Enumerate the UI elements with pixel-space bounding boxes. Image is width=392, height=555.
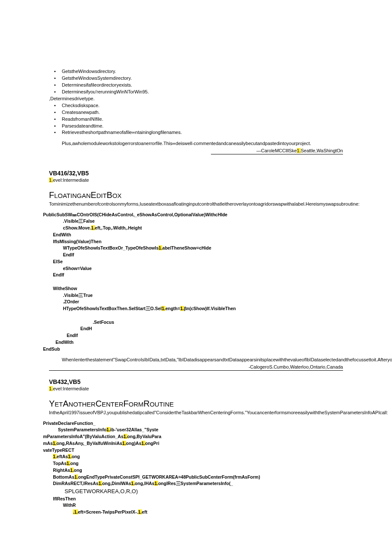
paragraph: Plus,awholemoduleworkstologerrorstoanerr…	[49, 140, 343, 147]
h: C	[95, 399, 101, 408]
code: eft=Screen-TwipsPerPixelX-.	[78, 509, 138, 514]
h: B	[107, 190, 112, 200]
list-item: ReadsfromanINIfile.	[49, 116, 343, 123]
highlight: 1.	[161, 306, 165, 311]
paragraph: WhenIenterthestatement"SwapControIsIbIDa…	[49, 357, 343, 363]
list-item: GetstheWindowsSystemdirectory.	[49, 75, 343, 82]
sig-text: —CaroleMCClllSke	[257, 148, 297, 153]
code: ength=	[165, 306, 180, 311]
list-item: Checksdiskspace.	[49, 102, 343, 109]
code: βn(cShow)If.VisibleThen .SetFocus EndH E…	[43, 306, 236, 352]
h: Y	[49, 399, 55, 408]
list-item: Determinesifyou'rerunningWinNTorWin95.	[49, 89, 343, 96]
code: onglRes三SystemParametersInfo(_	[158, 481, 233, 486]
code-block-2: PrivateDeclareFunction_ SystemParameters…	[43, 420, 343, 516]
h: A	[63, 399, 69, 408]
highlight: 1.	[68, 454, 72, 459]
article-heading: FLOATINGANEDITBOX	[49, 190, 343, 200]
feature-list: GetstheWindowsdirectory. GetstheWindowsS…	[49, 68, 343, 136]
sig-text: Seattle,WaShingtOn	[301, 148, 343, 153]
list-item: Retrievestheshortpathnameofafile∞ntainin…	[49, 129, 343, 136]
h: NOTHER	[69, 401, 95, 408]
level-line: 1.evel:Intermediate	[49, 386, 343, 391]
intro-text: Tominimizethenumberofcontrolsonmyforms,I…	[49, 201, 343, 207]
level-line: 1.evel:Intermediate	[49, 177, 343, 183]
h: OUTINE	[150, 401, 174, 408]
h: OX	[112, 192, 122, 199]
divider	[211, 154, 343, 154]
section-title: VB432,VB5	[49, 378, 343, 385]
h: F	[124, 399, 129, 408]
h: LOATINGAN	[54, 192, 91, 199]
author-signature: -CalogeroS.Cumbo,Waterloo,Ontario,Canada	[49, 364, 343, 369]
list-item: Createsanewpath.	[49, 109, 343, 116]
list-item: ,Determinesdrivetype.	[49, 96, 343, 102]
highlight: 1.	[131, 481, 135, 486]
h: F	[49, 190, 54, 200]
highlight: 1.	[49, 386, 53, 391]
highlight: 1.	[53, 441, 57, 446]
code: IfIResThen WithR	[43, 496, 76, 515]
highlight: 1.	[138, 509, 142, 514]
section-title: VB416/32,VB5	[49, 170, 343, 177]
code: ong,RAsAny,_ByValfuWinIniAs	[57, 441, 122, 446]
h: DIT	[96, 192, 107, 199]
document-page: GetstheWindowsdirectory. GetstheWindowsS…	[0, 0, 392, 555]
author-signature: —CaroleMCClllSke1.Seattle,WaShingtOn	[49, 148, 343, 153]
highlight: 1.	[297, 148, 301, 153]
highlight: 1.	[159, 245, 162, 250]
code: ong,IHAs	[135, 481, 154, 486]
code: abelTheneShow=cHide EndIf ElSe eShow=Val…	[43, 245, 211, 311]
h: ORM	[129, 401, 144, 408]
h: ENTER	[102, 401, 124, 408]
highlight: 1.	[180, 306, 184, 311]
highlight: 1.	[75, 474, 78, 479]
highlight: 1.	[141, 441, 145, 446]
highlight: 1.	[91, 225, 95, 230]
code: ong)As	[126, 441, 141, 446]
list-item: Determinesifafileordirectoryexists.	[49, 82, 343, 89]
level-text: evel:Intermediate	[53, 177, 89, 183]
level-text: evel:Intermediate	[53, 386, 89, 391]
h: E	[91, 190, 96, 200]
highlight: 1.	[66, 461, 70, 466]
code: eftAs	[57, 454, 68, 459]
highlight: 1.	[124, 434, 127, 439]
list-item: GetstheWindowsdirectory.	[49, 68, 343, 75]
code: ong,DimIWAs	[102, 481, 131, 486]
list-item: Parsesdateandtime.	[49, 123, 343, 130]
highlight: 1.	[49, 177, 53, 183]
highlight: 1.	[154, 481, 158, 486]
intro-text: IntheApril1997issueofVBPJ,youpublishedat…	[49, 410, 343, 416]
highlight: 1.	[98, 481, 102, 486]
article-heading: YETANOTHERCENTERFORMROUTINE	[49, 399, 343, 409]
divider	[49, 370, 343, 371]
code-block-1: PublicSubSW㎜COntrOlS(CHideAsControl,_eSh…	[43, 212, 343, 353]
code: SPLGETWORKAREA,O,R,O)	[43, 488, 138, 494]
h: ET	[55, 401, 63, 408]
highlight: 1.	[122, 441, 126, 446]
highlight: 1.	[107, 427, 110, 432]
h: R	[144, 399, 150, 408]
highlight: 1.	[53, 454, 57, 459]
code: PrivateDeclareFunction_ SystemParameters…	[43, 421, 107, 433]
highlight: .1.	[73, 509, 78, 514]
code: eft	[142, 509, 147, 514]
